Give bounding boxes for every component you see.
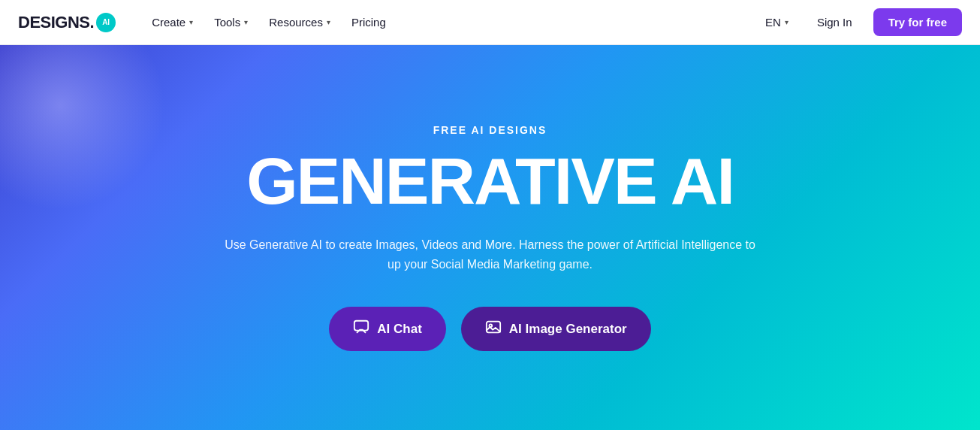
ai-chat-label: AI Chat — [377, 322, 422, 337]
nav-item-create[interactable]: Create ▾ — [143, 10, 202, 35]
nav-item-resources[interactable]: Resources ▾ — [260, 10, 339, 35]
hero-title: GENERATIVE AI — [246, 148, 734, 214]
logo-ai-badge: AI — [96, 13, 116, 32]
nav-item-pricing[interactable]: Pricing — [342, 10, 395, 35]
chevron-down-icon: ▾ — [244, 18, 248, 26]
logo-text: DESIGNS. — [18, 13, 94, 32]
hero-section: FREE AI DESIGNS GENERATIVE AI Use Genera… — [0, 45, 980, 430]
hero-eyebrow: FREE AI DESIGNS — [433, 124, 547, 136]
chevron-down-icon: ▾ — [327, 18, 330, 26]
hero-subtitle: Use Generative AI to create Images, Vide… — [220, 235, 761, 274]
nav-item-tools[interactable]: Tools ▾ — [205, 10, 257, 35]
try-free-button[interactable]: Try for free — [873, 8, 962, 36]
logo[interactable]: DESIGNS. AI — [18, 13, 116, 32]
hero-buttons: AI Chat AI Image Generator — [329, 307, 650, 351]
ai-chat-button[interactable]: AI Chat — [329, 307, 446, 351]
language-selector[interactable]: EN ▾ — [758, 10, 796, 35]
chevron-down-icon: ▾ — [189, 18, 193, 26]
nav-items: Create ▾ Tools ▾ Resources ▾ Pricing — [143, 10, 758, 35]
image-icon — [485, 319, 502, 339]
sign-in-button[interactable]: Sign In — [805, 10, 864, 35]
nav-right: EN ▾ Sign In Try for free — [758, 8, 962, 36]
svg-rect-0 — [354, 321, 368, 331]
navbar: DESIGNS. AI Create ▾ Tools ▾ Resources ▾… — [0, 0, 980, 45]
ai-image-button[interactable]: AI Image Generator — [461, 307, 651, 351]
chevron-down-icon: ▾ — [785, 18, 789, 26]
ai-image-label: AI Image Generator — [509, 322, 627, 337]
chat-icon — [353, 319, 369, 339]
